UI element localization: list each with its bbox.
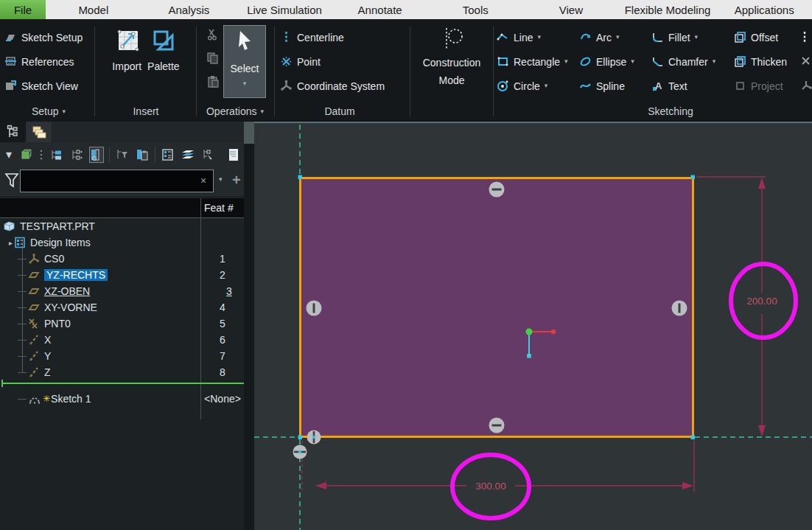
tree-checkbox-filter-icon[interactable] [49, 147, 64, 163]
chevron-down-icon[interactable]: ▾ [243, 80, 247, 87]
fillet-button[interactable]: Fillet ▾ [651, 25, 734, 49]
thicken-button[interactable]: Thicken [734, 49, 812, 74]
chevron-down-icon[interactable]: ▾ [63, 108, 66, 115]
tree-row-yz-rechts[interactable]: YZ-RECHTS 2 [0, 267, 244, 283]
text-button[interactable]: A Text [651, 74, 734, 98]
graphics-area[interactable]: 200.00 300.00 [254, 122, 812, 530]
tree-clipboard-icon[interactable] [135, 147, 150, 163]
model-tree: TESTPART.PRT ▸ Design Items CS0 1 YZ-REC… [0, 218, 244, 380]
tree-row-cs0[interactable]: CS0 1 [0, 251, 244, 267]
insert-group: Import Palette [102, 25, 190, 72]
coordinate-system-label: Coordinate System [297, 80, 385, 92]
expander-icon[interactable]: ▸ [9, 239, 13, 247]
line-button[interactable]: Line ▾ [497, 25, 579, 49]
tab-folder-browser[interactable] [26, 122, 52, 142]
project-button[interactable]: Project [734, 74, 812, 98]
tree-row-axis-x[interactable]: X 6 [0, 332, 244, 348]
spline-button[interactable]: Spline [579, 74, 651, 98]
sketch-view-icon [4, 80, 17, 92]
chevron-down-icon[interactable]: ▾ [260, 108, 264, 115]
offset-button[interactable]: Offset [734, 25, 812, 49]
select-button[interactable]: Select ▾ [223, 25, 266, 98]
tree-row-sketch1[interactable]: ✳ Sketch 1 <None> [0, 391, 244, 407]
chevron-down-icon[interactable]: ▾ [219, 176, 223, 183]
vertical-dots-icon[interactable]: ⋮ [38, 147, 44, 163]
circle-button[interactable]: Circle ▾ [497, 74, 579, 98]
sketch-centerline-button[interactable] [802, 25, 812, 49]
tree-toolbar: ▾ ⋮ [0, 142, 254, 167]
import-label[interactable]: Import [112, 60, 141, 72]
toolbar-separator [109, 147, 110, 163]
coordinate-system-icon [802, 80, 812, 92]
tab-model-tree[interactable] [0, 122, 26, 142]
sketch-rectangle[interactable] [301, 178, 693, 437]
chevron-down-icon[interactable]: ▾ [616, 34, 620, 41]
chamfer-label: Chamfer [668, 56, 708, 68]
model-cube-icon[interactable] [18, 147, 33, 163]
datum-plane-icon [28, 285, 40, 297]
paste-icon[interactable] [206, 75, 219, 88]
sketch-setup-icon [4, 31, 17, 43]
references-button[interactable]: References [4, 49, 83, 74]
tree-columns-icon[interactable] [89, 147, 104, 163]
menu-annotate[interactable]: Annotate [332, 0, 428, 19]
tree-row-axis-z[interactable]: Z 8 [0, 364, 244, 380]
palette-label[interactable]: Palette [147, 60, 180, 72]
layers-icon[interactable] [181, 147, 195, 163]
ribbon-divider [274, 27, 275, 116]
sketch-point-button[interactable] [802, 49, 812, 74]
tree-options-caret[interactable]: ▾ [4, 147, 13, 163]
menu-live-simulation[interactable]: Live Simulation [237, 0, 332, 19]
cut-icon[interactable] [206, 28, 219, 41]
notes-document-icon[interactable] [226, 147, 241, 163]
chevron-down-icon[interactable]: ▾ [695, 34, 699, 41]
menu-view[interactable]: View [523, 0, 619, 19]
centerline-button[interactable]: Centerline [280, 25, 385, 49]
ellipse-button[interactable]: Ellipse ▾ [579, 49, 651, 74]
menu-analysis[interactable]: Analysis [141, 0, 237, 19]
chamfer-button[interactable]: Chamfer ▾ [651, 49, 734, 74]
add-filter-icon[interactable]: + [232, 172, 241, 189]
tree-row-design-items[interactable]: ▸ Design Items [0, 234, 244, 251]
import-icon[interactable] [116, 28, 141, 53]
point-button[interactable]: Point [280, 49, 385, 74]
sketch-feature-row: ✳ Sketch 1 <None> [0, 391, 244, 407]
tree-search-input[interactable] [20, 170, 214, 192]
insert-here-indicator[interactable] [1, 383, 244, 384]
copy-icon[interactable] [206, 52, 219, 64]
tree-row-axis-y[interactable]: Y 7 [0, 348, 244, 364]
rectangle-button[interactable]: Rectangle ▾ [497, 49, 579, 74]
sketch-view-button[interactable]: Sketch View [4, 74, 83, 98]
tree-row-xy-vorne[interactable]: XY-VORNE 4 [0, 299, 244, 315]
chevron-down-icon[interactable]: ▾ [545, 83, 548, 89]
palette-icon[interactable] [151, 28, 176, 53]
list-settings-icon[interactable] [161, 147, 175, 163]
vertical-constraint-icon [307, 301, 322, 316]
menu-applications[interactable]: Applications [716, 0, 812, 19]
menu-tools[interactable]: Tools [427, 0, 523, 19]
tree-row-pnt0[interactable]: PNT0 5 [0, 315, 244, 332]
tree-dots-filter-icon[interactable] [69, 147, 84, 163]
tree-filter-icon[interactable] [115, 147, 130, 163]
arc-button[interactable]: Arc ▾ [579, 25, 651, 49]
coordinate-system-button[interactable]: Coordinate System [280, 74, 385, 98]
sketch-csys-button[interactable] [802, 74, 812, 98]
tree-row-part[interactable]: TESTPART.PRT [0, 218, 244, 234]
scrollbar-thumb[interactable] [244, 122, 254, 144]
sketch-setup-button[interactable]: Sketch Setup [4, 25, 83, 49]
tree-row-xz-oben[interactable]: XZ-OBEN 3 [0, 283, 244, 299]
chevron-down-icon[interactable]: ▾ [564, 58, 568, 65]
chevron-down-icon[interactable]: ▾ [631, 58, 634, 65]
panel-scrollbar[interactable] [244, 122, 254, 530]
construction-mode-button[interactable]: Construction Mode [413, 27, 491, 89]
width-dimension-value[interactable]: 300.00 [475, 481, 505, 492]
chevron-down-icon[interactable]: ▾ [537, 34, 541, 41]
funnel-icon[interactable] [4, 172, 19, 189]
height-dimension-value[interactable]: 200.00 [746, 296, 777, 307]
menu-model[interactable]: Model [46, 0, 141, 19]
chevron-down-icon[interactable]: ▾ [713, 58, 716, 65]
select-node-icon[interactable] [200, 147, 215, 163]
clear-search-icon[interactable]: × [200, 175, 206, 186]
menu-flexible-modeling[interactable]: Flexible Modeling [619, 0, 717, 19]
menu-file[interactable]: File [0, 0, 46, 19]
